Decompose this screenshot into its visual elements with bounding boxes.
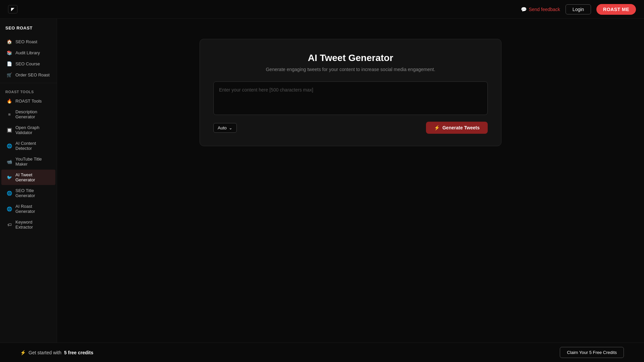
content-input[interactable] xyxy=(213,81,488,115)
claim-credits-label: Claim Your 5 Free Credits xyxy=(567,350,617,355)
order-icon: 🛒 xyxy=(7,72,12,77)
sidebar-item-seo-roast[interactable]: 🏠 SEO Roast xyxy=(1,36,55,47)
bottom-bar: ⚡ Get started with 5 free credits Claim … xyxy=(0,343,644,362)
sidebar-item-ai-roast-generator[interactable]: 🌐 AI Roast Generator xyxy=(1,201,55,217)
sidebar-label-keyword-extractor: Keyword Extractor xyxy=(15,220,50,230)
sidebar-label-roast-tools: ROAST Tools xyxy=(15,99,42,104)
sidebar-label-ai-tweet-generator: AI Tweet Generator xyxy=(15,172,50,182)
description-icon: ≡ xyxy=(7,112,12,117)
sidebar-divider xyxy=(0,83,57,83)
home-icon: 🏠 xyxy=(7,39,12,44)
sidebar-item-ai-content-detector[interactable]: 🌐 AI Content Detector xyxy=(1,138,55,154)
audit-icon: 📚 xyxy=(7,50,12,55)
send-feedback-button[interactable]: 💬 Send feedback xyxy=(521,7,560,12)
sidebar-item-ai-tweet-generator[interactable]: 🐦 AI Tweet Generator xyxy=(1,170,55,185)
roast-tools-section-title: ROAST Tools xyxy=(0,86,57,95)
lightning-icon: ⚡ xyxy=(20,350,26,355)
header-left: ◤ xyxy=(8,5,17,13)
login-label: Login xyxy=(573,7,584,12)
sidebar-item-seo-course[interactable]: 📄 SEO Course xyxy=(1,58,55,69)
sidebar-item-seo-title-generator[interactable]: 🌐 SEO Title Generator xyxy=(1,185,55,201)
sidebar-toggle-icon: ◤ xyxy=(11,7,14,12)
roast-tools-icon: 🔥 xyxy=(7,98,12,104)
keyword-icon: 🏷 xyxy=(7,222,12,227)
sidebar-label-ai-content-detector: AI Content Detector xyxy=(15,141,50,151)
roast-me-button[interactable]: ROAST ME xyxy=(596,4,636,15)
sidebar-label-seo-roast: SEO Roast xyxy=(15,39,37,44)
login-button[interactable]: Login xyxy=(566,4,591,14)
tool-subtitle: Generate engaging tweets for your conten… xyxy=(213,67,488,72)
sidebar-label-audit-library: Audit Library xyxy=(15,50,40,55)
ai-content-icon: 🌐 xyxy=(7,143,12,148)
sidebar-item-description-generator[interactable]: ≡ Description Generator xyxy=(1,107,55,122)
sidebar-label-order-seo-roast: Order SEO Roast xyxy=(15,72,50,77)
sidebar-item-roast-tools[interactable]: 🔥 ROAST Tools xyxy=(1,96,55,106)
credits-prefix: Get started with xyxy=(29,350,61,355)
sidebar-item-audit-library[interactable]: 📚 Audit Library xyxy=(1,47,55,58)
course-icon: 📄 xyxy=(7,61,12,66)
ai-roast-icon: 🌐 xyxy=(7,206,12,212)
chevron-down-icon: ⌄ xyxy=(229,125,232,130)
sidebar-label-open-graph-validator: Open Graph Validator xyxy=(15,125,50,135)
sidebar-item-youtube-title-maker[interactable]: 📹 YouTube Title Maker xyxy=(1,154,55,169)
tool-card: AI Tweet Generator Generate engaging twe… xyxy=(200,39,501,146)
sidebar-toggle-button[interactable]: ◤ xyxy=(8,5,17,13)
sidebar-item-open-graph-validator[interactable]: 🔲 Open Graph Validator xyxy=(1,122,55,138)
tweet-icon: 🐦 xyxy=(7,175,12,180)
layout: SEO ROAST 🏠 SEO Roast 📚 Audit Library 📄 … xyxy=(0,19,644,343)
tool-title: AI Tweet Generator xyxy=(213,53,488,63)
sidebar-label-ai-roast-generator: AI Roast Generator xyxy=(15,204,50,214)
brand-label: SEO ROAST xyxy=(0,24,57,36)
auto-select-button[interactable]: Auto ⌄ xyxy=(213,123,237,133)
roast-me-label: ROAST ME xyxy=(603,7,629,12)
sidebar-label-seo-course: SEO Course xyxy=(15,61,40,66)
header-right: 💬 Send feedback Login ROAST ME xyxy=(521,4,636,15)
credits-highlight: 5 free credits xyxy=(64,350,93,355)
sidebar-item-order-seo-roast[interactable]: 🛒 Order SEO Roast xyxy=(1,69,55,80)
youtube-icon: 📹 xyxy=(7,159,12,164)
claim-credits-button[interactable]: Claim Your 5 Free Credits xyxy=(560,347,624,358)
sidebar-item-keyword-extractor[interactable]: 🏷 Keyword Extractor xyxy=(1,217,55,232)
auto-label: Auto xyxy=(218,125,227,130)
generate-label: Generate Tweets xyxy=(442,125,480,130)
generate-tweets-button[interactable]: ⚡ Generate Tweets xyxy=(426,122,488,134)
card-footer: Auto ⌄ ⚡ Generate Tweets xyxy=(213,122,488,134)
free-credits-text: ⚡ Get started with 5 free credits xyxy=(20,350,93,355)
feedback-icon: 💬 xyxy=(521,7,527,12)
generate-icon: ⚡ xyxy=(434,125,440,130)
sidebar-label-youtube-title-maker: YouTube Title Maker xyxy=(15,157,50,167)
sidebar-label-description-generator: Description Generator xyxy=(15,109,50,119)
seo-title-icon: 🌐 xyxy=(7,190,12,196)
main-content: AI Tweet Generator Generate engaging twe… xyxy=(57,19,644,343)
sidebar-label-seo-title-generator: SEO Title Generator xyxy=(15,188,50,198)
send-feedback-label: Send feedback xyxy=(529,7,560,12)
open-graph-icon: 🔲 xyxy=(7,127,12,133)
header: ◤ 💬 Send feedback Login ROAST ME xyxy=(0,0,644,19)
sidebar: SEO ROAST 🏠 SEO Roast 📚 Audit Library 📄 … xyxy=(0,19,57,343)
